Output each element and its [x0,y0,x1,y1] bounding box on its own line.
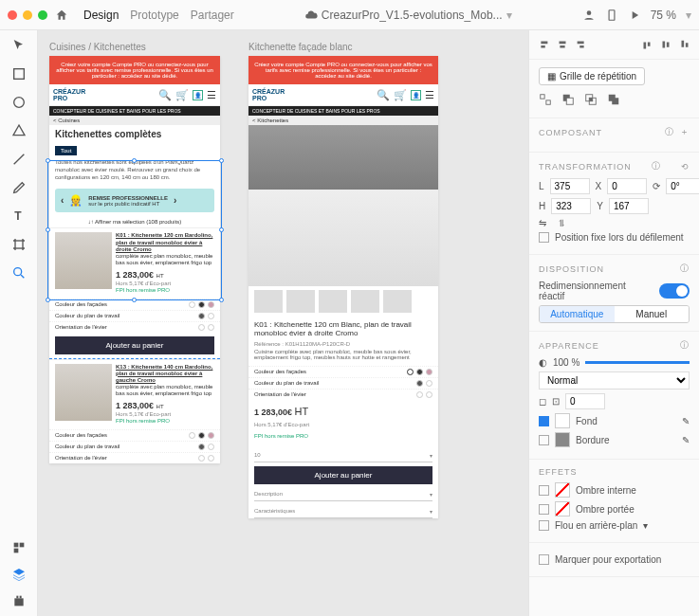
ellipse-tool-icon[interactable] [11,95,27,110]
opacity-icon: ◐ [539,357,547,368]
polygon-tool-icon[interactable] [11,123,27,138]
pen-tool-icon[interactable] [11,180,27,195]
flip-v-icon[interactable]: ⥮ [558,218,565,228]
seg-manual[interactable]: Manuel [615,306,690,322]
menu-icon: ☰ [207,89,216,101]
info-icon[interactable]: ⓘ [665,126,674,138]
minimize-window-icon[interactable] [23,10,32,20]
export-checkbox[interactable] [539,554,549,565]
option-row: Orientation de l'évier [49,321,220,333]
product-title: K01 : Kitchenette 120 cm Blanc, plan de … [248,317,438,341]
product-description: Cuisine complète avec plan monobloc, meu… [248,347,438,366]
info-icon[interactable]: ⓘ [652,160,661,172]
drop-shadow-swatch[interactable] [555,501,570,516]
close-window-icon[interactable] [8,10,17,20]
brand-logo: CRÉAZURPRO [53,88,85,101]
flip-icon[interactable]: ⟲ [681,162,690,172]
resize-mode-segment[interactable]: Automatique Manuel [539,305,690,323]
rotate-icon: ⟳ [653,181,660,191]
product-image [55,364,112,421]
breadcrumb: < Cuisines [49,116,220,125]
page-title: Kitchenettes complètes [49,125,220,143]
zoom-level[interactable]: 75 % [651,9,676,22]
play-icon[interactable] [628,9,641,22]
filter-chip-all: Tout [55,146,77,155]
drop-shadow-checkbox[interactable] [539,504,549,515]
x-input[interactable] [607,178,647,194]
fill-checkbox[interactable] [539,416,549,426]
intersect-op-icon[interactable] [584,93,598,106]
window-controls [8,10,47,20]
align-left-icon[interactable] [537,38,550,51]
option-row: Couleur du plan de travail [49,310,220,321]
product-name: K13 : Kitchenette 140 cm Bardolino, plan… [116,364,214,385]
rectangle-tool-icon[interactable] [11,66,27,82]
border-checkbox[interactable] [539,435,549,445]
align-top-icon[interactable] [640,38,653,51]
inner-shadow-swatch[interactable] [555,482,570,498]
align-middle-icon[interactable] [659,38,672,51]
hero-image [248,125,438,286]
tab-share[interactable]: Partager [191,9,234,22]
artboard-listing[interactable]: Créez votre compte Compte PRO ou connect… [49,56,220,463]
tagline: CONCEPTEUR DE CUISINES ET BAINS POUR LES… [49,106,220,116]
opacity-slider[interactable] [585,361,690,364]
info-icon[interactable]: ⓘ [680,339,690,352]
fixed-scroll-checkbox[interactable] [539,232,549,243]
artboard-label[interactable]: Cuisines / Kitchenettes [49,42,220,52]
line-tool-icon[interactable] [11,152,27,167]
select-tool-icon[interactable] [11,38,27,53]
svg-rect-13 [541,95,544,99]
fill-swatch[interactable] [555,413,570,428]
height-input[interactable] [551,198,591,214]
zoom-dropdown-icon[interactable]: ▾ [686,9,691,22]
inner-shadow-checkbox[interactable] [539,485,549,496]
artboard-detail[interactable]: Créez votre compte Compte PRO ou connect… [248,56,438,518]
subtract-op-icon[interactable] [561,93,575,106]
layers-icon[interactable] [11,567,27,582]
device-icon[interactable] [605,9,618,22]
align-center-h-icon[interactable] [556,38,569,51]
promo-banner: Créez votre compte Compte PRO ou connect… [49,56,220,84]
add-component-icon[interactable]: ＋ [680,126,690,138]
y-input[interactable] [609,198,649,214]
corner-radius-input[interactable] [565,393,605,409]
assets-icon[interactable] [11,540,27,555]
rotation-input[interactable] [666,178,699,194]
svg-point-6 [13,268,21,276]
add-to-cart-button: Ajouter au panier [254,466,432,484]
canvas[interactable]: Cuisines / Kitchenettes Créez votre comp… [38,30,528,616]
tab-design[interactable]: Design [83,9,119,22]
chevron-down-icon[interactable]: ▾ [643,520,648,531]
user-icon[interactable] [582,9,596,22]
artboard-label[interactable]: Kitchenette façade blanc [248,42,438,52]
repeat-grid-button[interactable]: ▦ Grille de répétition [539,67,645,85]
seg-auto[interactable]: Automatique [540,306,615,322]
add-to-cart-button: Ajouter au panier [55,336,214,354]
align-bottom-icon[interactable] [678,38,691,51]
bg-blur-checkbox[interactable] [539,520,549,531]
border-swatch[interactable] [555,432,570,447]
blend-mode-select[interactable]: Normal [539,371,690,390]
inspector-panel: ▦ Grille de répétition COMPOSANT ⓘ＋ TRAN… [528,30,699,616]
corner-all-icon[interactable]: ⊡ [552,396,560,407]
add-op-icon[interactable] [539,93,552,106]
maximize-window-icon[interactable] [38,10,47,20]
exclude-op-icon[interactable] [607,93,620,106]
title-bar: Design Prototype Partager CreazurPro_V1.… [0,0,699,30]
eyedropper-icon[interactable]: ✎ [682,416,690,426]
svg-rect-14 [546,100,550,104]
eyedropper-icon[interactable]: ✎ [682,435,690,445]
tab-prototype[interactable]: Prototype [130,9,178,22]
align-right-icon[interactable] [575,38,588,51]
plugins-icon[interactable] [11,593,27,608]
width-input[interactable] [550,178,590,194]
text-tool-icon[interactable]: T [11,208,27,224]
product-desc: complète avec plan monobloc, meuble bas … [116,384,214,397]
flip-h-icon[interactable]: ⇋ [539,218,546,228]
responsive-toggle[interactable] [659,283,690,299]
info-icon[interactable]: ⓘ [680,263,690,275]
artboard-tool-icon[interactable] [11,237,27,252]
home-icon[interactable] [55,9,68,22]
zoom-tool-icon[interactable] [11,265,27,281]
